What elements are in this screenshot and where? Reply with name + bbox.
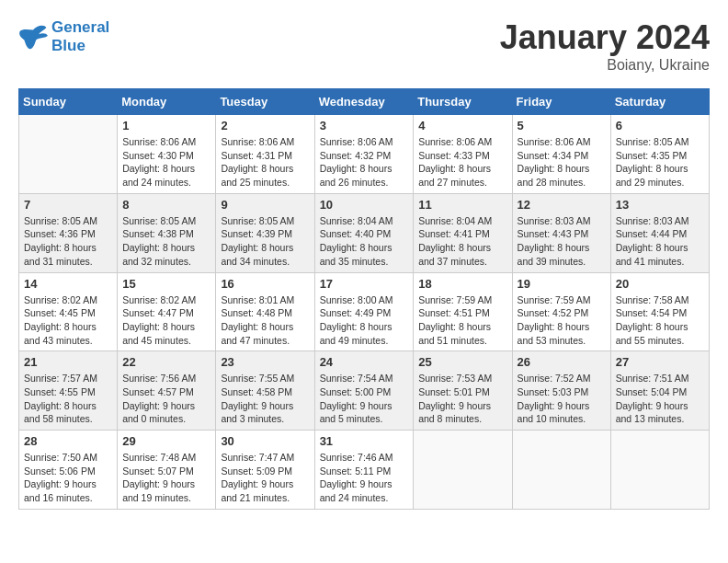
day-header-sunday: Sunday bbox=[19, 89, 118, 115]
calendar-week-row: 14Sunrise: 8:02 AM Sunset: 4:45 PM Dayli… bbox=[19, 272, 710, 351]
calendar-week-row: 28Sunrise: 7:50 AM Sunset: 5:06 PM Dayli… bbox=[19, 431, 710, 510]
calendar-cell: 8Sunrise: 8:05 AM Sunset: 4:38 PM Daylig… bbox=[118, 193, 216, 272]
day-number: 14 bbox=[24, 277, 112, 291]
day-number: 12 bbox=[518, 198, 606, 212]
day-info: Sunrise: 7:54 AM Sunset: 5:00 PM Dayligh… bbox=[320, 372, 409, 426]
calendar-week-row: 21Sunrise: 7:57 AM Sunset: 4:55 PM Dayli… bbox=[19, 351, 710, 431]
day-number: 18 bbox=[418, 277, 506, 291]
day-info: Sunrise: 8:05 AM Sunset: 4:35 PM Dayligh… bbox=[616, 135, 704, 190]
day-header-tuesday: Tuesday bbox=[216, 89, 314, 115]
day-number: 16 bbox=[221, 277, 309, 291]
day-info: Sunrise: 8:02 AM Sunset: 4:47 PM Dayligh… bbox=[122, 293, 210, 348]
day-number: 13 bbox=[616, 198, 704, 212]
day-header-monday: Monday bbox=[118, 89, 216, 115]
day-info: Sunrise: 7:58 AM Sunset: 4:54 PM Dayligh… bbox=[616, 293, 704, 348]
location: Boiany, Ukraine bbox=[500, 57, 710, 74]
day-number: 6 bbox=[616, 119, 704, 132]
calendar-cell bbox=[19, 115, 118, 194]
calendar-header-row: SundayMondayTuesdayWednesdayThursdayFrid… bbox=[19, 89, 710, 115]
calendar-cell: 22Sunrise: 7:56 AM Sunset: 4:57 PM Dayli… bbox=[118, 351, 216, 431]
day-info: Sunrise: 8:05 AM Sunset: 4:36 PM Dayligh… bbox=[24, 214, 112, 269]
day-info: Sunrise: 8:04 AM Sunset: 4:40 PM Dayligh… bbox=[320, 214, 409, 269]
day-number: 7 bbox=[24, 198, 112, 212]
calendar-cell: 25Sunrise: 7:53 AM Sunset: 5:01 PM Dayli… bbox=[414, 351, 512, 431]
calendar-cell: 13Sunrise: 8:03 AM Sunset: 4:44 PM Dayli… bbox=[610, 193, 709, 272]
calendar-cell: 12Sunrise: 8:03 AM Sunset: 4:43 PM Dayli… bbox=[512, 193, 610, 272]
calendar-cell: 18Sunrise: 7:59 AM Sunset: 4:51 PM Dayli… bbox=[414, 272, 512, 351]
day-header-saturday: Saturday bbox=[610, 89, 709, 115]
calendar-cell: 4Sunrise: 8:06 AM Sunset: 4:33 PM Daylig… bbox=[414, 115, 512, 194]
day-info: Sunrise: 7:55 AM Sunset: 4:58 PM Dayligh… bbox=[221, 372, 309, 426]
day-number: 29 bbox=[122, 434, 210, 448]
calendar-cell: 14Sunrise: 8:02 AM Sunset: 4:45 PM Dayli… bbox=[19, 272, 118, 351]
day-info: Sunrise: 8:06 AM Sunset: 4:33 PM Dayligh… bbox=[418, 135, 506, 190]
day-number: 15 bbox=[122, 277, 210, 291]
calendar-cell: 3Sunrise: 8:06 AM Sunset: 4:32 PM Daylig… bbox=[314, 115, 414, 194]
calendar-cell: 30Sunrise: 7:47 AM Sunset: 5:09 PM Dayli… bbox=[216, 431, 314, 510]
day-info: Sunrise: 7:53 AM Sunset: 5:01 PM Dayligh… bbox=[418, 372, 506, 426]
day-number: 22 bbox=[122, 355, 210, 369]
month-title: January 2024 bbox=[500, 18, 710, 57]
day-number: 1 bbox=[122, 119, 210, 132]
day-number: 28 bbox=[24, 434, 112, 448]
calendar-cell bbox=[414, 431, 512, 510]
day-info: Sunrise: 8:03 AM Sunset: 4:44 PM Dayligh… bbox=[616, 214, 704, 269]
calendar-cell: 29Sunrise: 7:48 AM Sunset: 5:07 PM Dayli… bbox=[118, 431, 216, 510]
calendar-cell: 7Sunrise: 8:05 AM Sunset: 4:36 PM Daylig… bbox=[19, 193, 118, 272]
day-info: Sunrise: 8:06 AM Sunset: 4:30 PM Dayligh… bbox=[122, 135, 210, 190]
day-number: 23 bbox=[221, 355, 309, 369]
calendar-cell: 17Sunrise: 8:00 AM Sunset: 4:49 PM Dayli… bbox=[314, 272, 414, 351]
calendar-cell: 27Sunrise: 7:51 AM Sunset: 5:04 PM Dayli… bbox=[610, 351, 709, 431]
calendar-cell bbox=[512, 431, 610, 510]
day-number: 21 bbox=[24, 355, 112, 369]
day-number: 2 bbox=[221, 119, 309, 132]
day-info: Sunrise: 8:05 AM Sunset: 4:39 PM Dayligh… bbox=[221, 214, 309, 269]
day-info: Sunrise: 8:04 AM Sunset: 4:41 PM Dayligh… bbox=[418, 214, 506, 269]
day-number: 19 bbox=[518, 277, 606, 291]
calendar-week-row: 1Sunrise: 8:06 AM Sunset: 4:30 PM Daylig… bbox=[19, 115, 710, 194]
day-info: Sunrise: 7:47 AM Sunset: 5:09 PM Dayligh… bbox=[221, 451, 309, 505]
day-number: 17 bbox=[320, 277, 409, 291]
day-number: 5 bbox=[518, 119, 606, 132]
day-info: Sunrise: 7:46 AM Sunset: 5:11 PM Dayligh… bbox=[320, 451, 409, 505]
day-info: Sunrise: 8:00 AM Sunset: 4:49 PM Dayligh… bbox=[320, 293, 409, 348]
calendar-cell: 2Sunrise: 8:06 AM Sunset: 4:31 PM Daylig… bbox=[216, 115, 314, 194]
day-info: Sunrise: 7:57 AM Sunset: 4:55 PM Dayligh… bbox=[24, 372, 112, 426]
day-info: Sunrise: 8:06 AM Sunset: 4:32 PM Dayligh… bbox=[320, 135, 409, 190]
calendar-cell: 28Sunrise: 7:50 AM Sunset: 5:06 PM Dayli… bbox=[19, 431, 118, 510]
calendar-cell: 5Sunrise: 8:06 AM Sunset: 4:34 PM Daylig… bbox=[512, 115, 610, 194]
day-number: 20 bbox=[616, 277, 704, 291]
day-info: Sunrise: 8:05 AM Sunset: 4:38 PM Dayligh… bbox=[122, 214, 210, 269]
day-info: Sunrise: 7:56 AM Sunset: 4:57 PM Dayligh… bbox=[122, 372, 210, 426]
day-number: 11 bbox=[418, 198, 506, 212]
day-info: Sunrise: 8:02 AM Sunset: 4:45 PM Dayligh… bbox=[24, 293, 112, 348]
day-info: Sunrise: 8:03 AM Sunset: 4:43 PM Dayligh… bbox=[518, 214, 606, 269]
day-info: Sunrise: 8:01 AM Sunset: 4:48 PM Dayligh… bbox=[221, 293, 309, 348]
day-number: 25 bbox=[418, 355, 506, 369]
day-info: Sunrise: 7:48 AM Sunset: 5:07 PM Dayligh… bbox=[122, 451, 210, 505]
day-number: 31 bbox=[320, 434, 409, 448]
day-number: 10 bbox=[320, 198, 409, 212]
calendar-cell: 24Sunrise: 7:54 AM Sunset: 5:00 PM Dayli… bbox=[314, 351, 414, 431]
day-number: 24 bbox=[320, 355, 409, 369]
calendar-cell: 23Sunrise: 7:55 AM Sunset: 4:58 PM Dayli… bbox=[216, 351, 314, 431]
calendar-cell bbox=[610, 431, 709, 510]
day-number: 9 bbox=[221, 198, 309, 212]
calendar-cell: 21Sunrise: 7:57 AM Sunset: 4:55 PM Dayli… bbox=[19, 351, 118, 431]
day-info: Sunrise: 7:52 AM Sunset: 5:03 PM Dayligh… bbox=[518, 372, 606, 426]
calendar-cell: 16Sunrise: 8:01 AM Sunset: 4:48 PM Dayli… bbox=[216, 272, 314, 351]
day-number: 4 bbox=[418, 119, 506, 132]
day-number: 8 bbox=[122, 198, 210, 212]
page-header: General Blue January 2024 Boiany, Ukrain… bbox=[18, 18, 710, 74]
calendar-cell: 11Sunrise: 8:04 AM Sunset: 4:41 PM Dayli… bbox=[414, 193, 512, 272]
title-block: January 2024 Boiany, Ukraine bbox=[500, 18, 710, 74]
day-info: Sunrise: 7:51 AM Sunset: 5:04 PM Dayligh… bbox=[616, 372, 704, 426]
day-info: Sunrise: 8:06 AM Sunset: 4:34 PM Dayligh… bbox=[518, 135, 606, 190]
day-number: 30 bbox=[221, 434, 309, 448]
logo-text: General Blue bbox=[51, 18, 109, 55]
calendar-cell: 26Sunrise: 7:52 AM Sunset: 5:03 PM Dayli… bbox=[512, 351, 610, 431]
calendar-week-row: 7Sunrise: 8:05 AM Sunset: 4:36 PM Daylig… bbox=[19, 193, 710, 272]
calendar-cell: 10Sunrise: 8:04 AM Sunset: 4:40 PM Dayli… bbox=[314, 193, 414, 272]
day-number: 3 bbox=[320, 119, 409, 132]
day-info: Sunrise: 7:59 AM Sunset: 4:52 PM Dayligh… bbox=[518, 293, 606, 348]
